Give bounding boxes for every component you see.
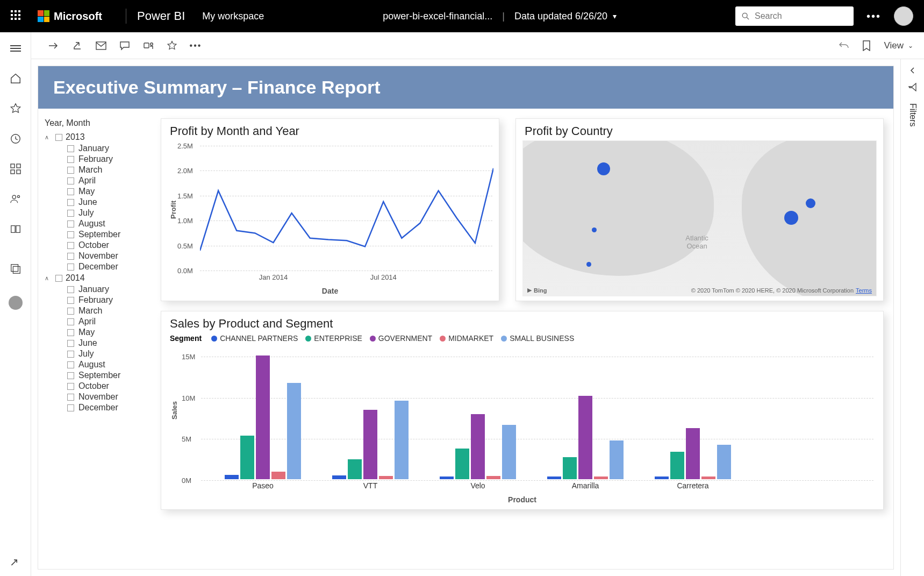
date-slicer[interactable]: Year, Month ∧2013JanuaryFebruaryMarchApr…: [45, 109, 147, 567]
map-bubble-france[interactable]: [784, 211, 798, 225]
checkbox[interactable]: [67, 242, 74, 249]
apps-grid-icon[interactable]: [9, 162, 22, 175]
checkbox[interactable]: [67, 308, 74, 315]
chevron-left-icon[interactable]: [909, 67, 916, 74]
undo-icon[interactable]: [839, 40, 849, 51]
slicer-month-row[interactable]: January: [45, 143, 145, 154]
bar[interactable]: [363, 410, 377, 479]
legend-item[interactable]: ENTERPRISE: [305, 334, 362, 343]
toolbar-more-icon[interactable]: •••: [190, 40, 201, 51]
checkbox[interactable]: [67, 361, 74, 368]
checkbox[interactable]: [67, 167, 74, 174]
bar[interactable]: [578, 396, 592, 479]
bar[interactable]: [287, 383, 301, 479]
bar[interactable]: [271, 472, 285, 479]
checkbox[interactable]: [55, 275, 62, 282]
slicer-month-row[interactable]: March: [45, 165, 145, 175]
slicer-month-row[interactable]: April: [45, 316, 145, 327]
map-bubble-germany[interactable]: [806, 198, 815, 208]
slicer-month-row[interactable]: December: [45, 261, 145, 272]
workspace-avatar-icon[interactable]: [9, 296, 23, 310]
map-visual[interactable]: Profit by Country AtlanticOcean ▶Bing: [515, 118, 884, 301]
search-input-wrapper[interactable]: [735, 6, 854, 26]
bar-group[interactable]: [438, 414, 518, 479]
checkbox[interactable]: [67, 199, 74, 206]
bar-group[interactable]: [330, 401, 411, 479]
checkbox[interactable]: [67, 404, 74, 411]
slicer-year-row[interactable]: ∧2013: [45, 131, 145, 143]
checkbox[interactable]: [67, 221, 74, 227]
checkbox[interactable]: [67, 318, 74, 325]
breadcrumb-updated[interactable]: Data updated 6/26/20: [514, 11, 607, 22]
line-chart[interactable]: Profit by Month and Year Profit Date 0.0…: [161, 118, 499, 301]
expand-fullscreen-icon[interactable]: ↗: [10, 556, 19, 568]
checkbox[interactable]: [67, 253, 74, 260]
slicer-month-row[interactable]: November: [45, 251, 145, 261]
bar-group[interactable]: [653, 428, 733, 479]
breadcrumb-report[interactable]: power-bi-excel-financial...: [383, 11, 492, 22]
header-more-icon[interactable]: •••: [866, 10, 881, 23]
slicer-month-row[interactable]: February: [45, 154, 145, 165]
checkbox[interactable]: [67, 264, 74, 271]
bar[interactable]: [440, 477, 454, 479]
bar[interactable]: [594, 477, 608, 479]
checkbox[interactable]: [67, 394, 74, 401]
bar[interactable]: [225, 475, 239, 479]
bar-group[interactable]: [545, 396, 626, 479]
learn-book-icon[interactable]: [9, 223, 22, 236]
slicer-month-row[interactable]: July: [45, 208, 145, 218]
recent-clock-icon[interactable]: [9, 132, 22, 145]
favorites-star-icon[interactable]: [9, 102, 22, 115]
bar-group[interactable]: [223, 355, 303, 479]
comment-icon[interactable]: [119, 40, 130, 51]
slicer-month-row[interactable]: May: [45, 186, 145, 197]
bar[interactable]: [717, 445, 731, 479]
slicer-month-row[interactable]: February: [45, 295, 145, 305]
slicer-month-row[interactable]: January: [45, 284, 145, 295]
bar[interactable]: [686, 428, 700, 479]
slicer-month-row[interactable]: November: [45, 392, 145, 402]
app-launcher-icon[interactable]: [11, 10, 23, 22]
bar[interactable]: [395, 401, 409, 479]
bar[interactable]: [655, 477, 669, 479]
home-icon[interactable]: [9, 72, 22, 85]
slicer-month-row[interactable]: July: [45, 349, 145, 359]
bar[interactable]: [701, 477, 715, 479]
checkbox[interactable]: [67, 351, 74, 358]
slicer-month-row[interactable]: December: [45, 402, 145, 413]
slicer-month-row[interactable]: October: [45, 240, 145, 251]
bookmark-icon[interactable]: [862, 40, 871, 51]
map-bubble-mexico[interactable]: [586, 262, 591, 267]
bar[interactable]: [332, 475, 346, 479]
checkbox[interactable]: [67, 297, 74, 304]
slicer-year-row[interactable]: ∧2014: [45, 272, 145, 284]
map-terms-link[interactable]: Terms: [856, 287, 872, 294]
checkbox[interactable]: [67, 372, 74, 379]
avatar[interactable]: [894, 6, 913, 26]
view-dropdown[interactable]: View⌄: [884, 40, 913, 51]
favorite-star-icon[interactable]: [167, 40, 177, 51]
slicer-month-row[interactable]: August: [45, 218, 145, 229]
bar-chart[interactable]: Sales by Product and Segment Segment CHA…: [161, 311, 884, 510]
checkbox[interactable]: [67, 210, 74, 217]
checkbox[interactable]: [67, 177, 74, 184]
legend-item[interactable]: SMALL BUSINESS: [501, 334, 574, 343]
slicer-month-row[interactable]: May: [45, 327, 145, 338]
slicer-month-row[interactable]: September: [45, 370, 145, 381]
bar[interactable]: [379, 476, 393, 479]
workspace-name[interactable]: My workspace: [202, 11, 264, 22]
shared-with-me-icon[interactable]: [9, 193, 22, 205]
bar[interactable]: [502, 425, 516, 479]
checkbox[interactable]: [67, 156, 74, 163]
chevron-down-icon[interactable]: ▾: [613, 12, 617, 20]
legend-item[interactable]: GOVERNMENT: [370, 334, 432, 343]
file-export-icon[interactable]: [48, 40, 59, 51]
bar[interactable]: [455, 449, 469, 479]
slicer-month-row[interactable]: April: [45, 175, 145, 186]
checkbox[interactable]: [67, 188, 74, 195]
bar[interactable]: [670, 452, 684, 479]
checkbox[interactable]: [67, 231, 74, 238]
legend-item[interactable]: CHANNEL PARTNERS: [211, 334, 298, 343]
share-icon[interactable]: [72, 40, 83, 51]
slicer-month-row[interactable]: September: [45, 229, 145, 240]
